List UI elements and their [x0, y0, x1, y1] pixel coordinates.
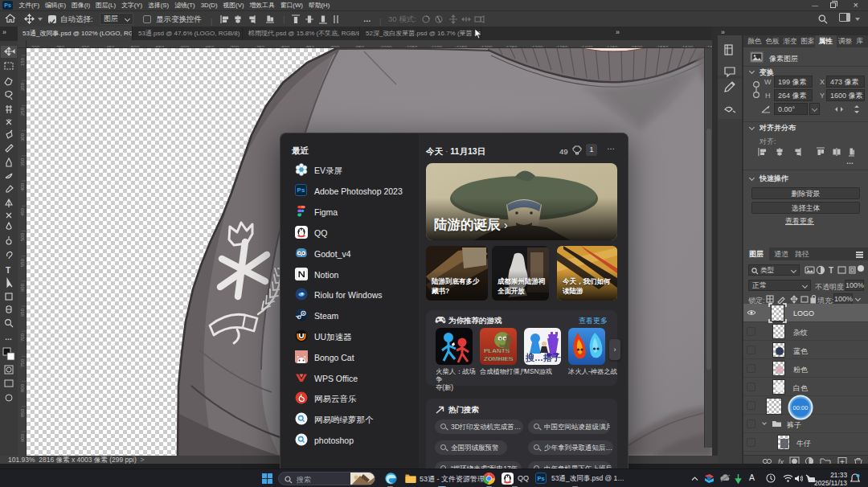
svg-text:…: … — [5, 334, 12, 342]
svg-text:T: T — [6, 266, 10, 275]
svg-text:600: 600 — [20, 283, 25, 292]
svg-text:900: 900 — [20, 433, 25, 442]
svg-text:00:00: 00:00 — [793, 404, 809, 411]
svg-text:850: 850 — [20, 408, 25, 417]
svg-text:400: 400 — [20, 182, 25, 191]
svg-text:搜…搭子: 搜…搭子 — [525, 353, 561, 362]
svg-text:700: 700 — [20, 333, 25, 342]
svg-text:550: 550 — [20, 258, 25, 267]
svg-text:200: 200 — [20, 82, 25, 91]
svg-text:T: T — [829, 266, 833, 275]
svg-text:300: 300 — [20, 133, 25, 141]
svg-text:350: 350 — [20, 158, 25, 166]
svg-text:500: 500 — [20, 232, 25, 241]
svg-text:250: 250 — [20, 107, 25, 116]
svg-text:ZOMBIES: ZOMBIES — [484, 355, 514, 362]
svg-text:150: 150 — [20, 57, 25, 66]
svg-text:650: 650 — [20, 308, 25, 317]
svg-text:450: 450 — [20, 207, 25, 216]
svg-text:750: 750 — [20, 358, 25, 367]
svg-text:800: 800 — [20, 383, 25, 392]
svg-text:PLANTS: PLANTS — [484, 347, 510, 354]
